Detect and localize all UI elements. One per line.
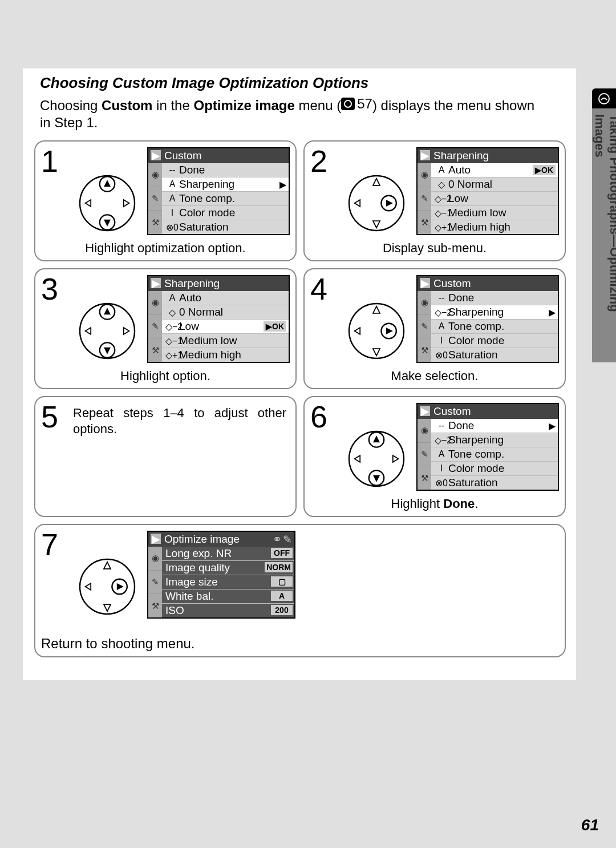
menu-list: Long exp. NROFF Image qualityNORM Image … xyxy=(162,547,294,617)
step-caption: Display sub-menu. xyxy=(310,241,559,256)
svg-point-8 xyxy=(349,176,404,231)
dpad-icon xyxy=(342,297,411,365)
menu-side-icons: ◉✎⚒ xyxy=(418,163,431,234)
menu-item-selected[interactable]: ◇−2Sharpening▶ xyxy=(431,305,558,319)
menu-item[interactable]: ◇+1Medium high xyxy=(431,220,558,234)
menu-item[interactable]: ATone comp. xyxy=(431,447,558,461)
menu-item[interactable]: AAuto xyxy=(162,291,289,305)
menu-item-selected[interactable]: ASharpening▶ xyxy=(162,177,289,191)
play-icon: ▶ xyxy=(420,278,430,288)
camera-icon: ◉ xyxy=(148,163,162,187)
menu-title: Custom xyxy=(433,277,471,289)
intro-text: menu ( xyxy=(295,98,341,113)
camera-menu: ▶ Custom ◉ ✎ ⚒ --Done ASharpening▶ xyxy=(147,147,290,235)
step-number: 6 xyxy=(310,402,338,431)
camera-icon: ◉ xyxy=(418,163,431,187)
page-ref-number: 57 xyxy=(357,95,372,112)
menu-item[interactable]: --Done xyxy=(431,291,558,305)
pencil-icon: ✎ xyxy=(148,315,162,339)
menu-item-selected[interactable]: ◇−2Low▶OK xyxy=(162,319,289,333)
ok-badge: ▶OK xyxy=(264,321,286,332)
dpad-icon xyxy=(342,425,411,493)
step-5-panel: 5 Repeat steps 1–4 to adjust other optio… xyxy=(34,396,297,517)
step-caption: Highlight option. xyxy=(41,369,290,383)
menu-item[interactable]: ATone comp. xyxy=(162,191,289,205)
pencil-icon: ✎ xyxy=(418,443,431,467)
menu-item[interactable]: ISO200 xyxy=(162,603,294,617)
page-reference: 57 xyxy=(341,95,372,112)
step-6-panel: 6 ▶Custom ◉✎⚒ xyxy=(303,396,566,517)
menu-list: --Done▶ ◇−2Sharpening ATone comp. IColor… xyxy=(431,419,558,490)
steps-grid: 1 ▶ Custom xyxy=(34,140,565,657)
menu-item[interactable]: IColor mode xyxy=(431,333,558,348)
menu-item[interactable]: --Done xyxy=(162,163,289,177)
step-number: 3 xyxy=(41,274,68,303)
pencil-icon: ✎ xyxy=(148,187,162,211)
menu-side-icons: ◉✎⚒ xyxy=(148,547,162,617)
section-tab: Taking Photographs—Optimizing Images xyxy=(592,88,616,362)
camera-menu: ▶Custom ◉✎⚒ --Done ◇−2Sharpening▶ ATone … xyxy=(416,275,559,363)
arrow-right-icon: ▶ xyxy=(277,179,286,190)
camera-menu: ▶ Optimize image ⚭ ✎ ◉✎⚒ Long exp xyxy=(147,531,295,619)
menu-item[interactable]: ⊗0Saturation xyxy=(431,348,558,362)
menu-item[interactable]: Image size▢ xyxy=(162,575,294,589)
camera-icon: ◉ xyxy=(418,291,431,315)
menu-item[interactable]: ⊗0Saturation xyxy=(431,475,558,490)
menu-item-selected[interactable]: --Done▶ xyxy=(431,419,558,433)
arrow-right-icon: ▶ xyxy=(546,421,556,431)
menu-item[interactable]: ◇−2Low xyxy=(431,191,558,205)
title-icons: ⚭ ✎ xyxy=(273,533,292,546)
intro-bold-menu: Optimize image xyxy=(193,98,294,113)
value-badge: OFF xyxy=(271,548,293,558)
menu-item[interactable]: Image qualityNORM xyxy=(162,560,294,575)
page-ref-icon xyxy=(341,98,355,110)
play-icon: ▶ xyxy=(420,150,430,160)
menu-title-bar: ▶Sharpening xyxy=(418,148,558,163)
dpad-icon xyxy=(342,169,411,237)
menu-item[interactable]: ATone comp. xyxy=(431,319,558,333)
menu-title-bar: ▶Custom xyxy=(418,276,558,291)
menu-item[interactable]: Long exp. NROFF xyxy=(162,547,294,560)
pencil-icon: ✎ xyxy=(418,315,431,339)
menu-item[interactable]: ◇−2Sharpening xyxy=(431,433,558,447)
step-instruction: Repeat steps 1–4 to adjust other options… xyxy=(73,402,290,437)
menu-item[interactable]: IColor mode xyxy=(431,461,558,475)
menu-item[interactable]: ◇0 Normal xyxy=(431,177,558,191)
menu-item[interactable]: ◇−1Medium low xyxy=(431,205,558,220)
step-1-panel: 1 ▶ Custom xyxy=(34,140,297,261)
play-icon: ▶ xyxy=(151,150,161,160)
menu-item[interactable]: ◇−1Medium low xyxy=(162,333,289,348)
menu-item[interactable]: IColor mode xyxy=(162,205,289,220)
menu-item[interactable]: ◇+1Medium high xyxy=(162,348,289,362)
wrench-icon: ⚒ xyxy=(418,466,431,490)
menu-list: AAuto ◇0 Normal ◇−2Low▶OK ◇−1Medium low … xyxy=(162,291,289,362)
menu-title-bar: ▶Sharpening xyxy=(148,276,289,291)
menu-item[interactable]: ◇0 Normal xyxy=(162,305,289,319)
play-icon: ▶ xyxy=(151,534,161,544)
intro-text: in the xyxy=(152,98,193,113)
value-badge: ▢ xyxy=(271,576,293,587)
camera-menu: ▶Sharpening ◉✎⚒ AAuto ◇0 Normal ◇−2Low▶O… xyxy=(147,275,290,363)
dpad-icon xyxy=(73,297,141,365)
page-content: Choosing Custom Image Optimization Optio… xyxy=(23,68,576,680)
step-number: 4 xyxy=(310,274,338,303)
tab-icon xyxy=(592,88,616,108)
menu-title: Sharpening xyxy=(433,150,489,161)
menu-title-bar: ▶ Custom xyxy=(148,148,289,163)
pencil-icon: ✎ xyxy=(283,533,292,546)
menu-title: Custom xyxy=(433,405,471,417)
value-badge: NORM xyxy=(265,562,293,572)
menu-item[interactable]: White bal.A xyxy=(162,589,294,603)
menu-title: Custom xyxy=(164,150,201,161)
intro-bold-custom: Custom xyxy=(102,98,152,113)
menu-side-icons: ◉✎⚒ xyxy=(418,419,431,490)
section-tab-label: Taking Photographs—Optimizing Images xyxy=(592,108,616,360)
step-caption: Highlight optimization option. xyxy=(41,241,290,256)
step-7-panel: 7 ▶ xyxy=(34,524,566,657)
menu-item-selected[interactable]: AAuto▶OK xyxy=(431,163,558,177)
ok-badge: ▶OK xyxy=(533,165,556,175)
menu-item[interactable]: ⊗0Saturation xyxy=(162,220,289,234)
intro-text: Choosing xyxy=(40,98,102,113)
camera-menu: ▶Sharpening ◉✎⚒ AAuto▶OK ◇0 Normal ◇−2Lo… xyxy=(416,147,559,235)
camera-menu: ▶Custom ◉✎⚒ --Done▶ ◇−2Sharpening ATone … xyxy=(416,403,559,491)
